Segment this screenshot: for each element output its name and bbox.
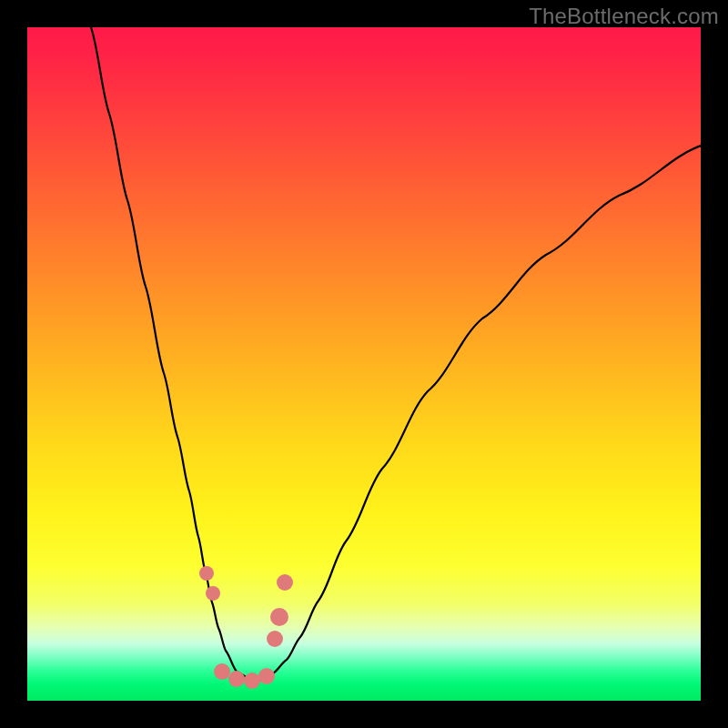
dot-trough-2 [228, 671, 245, 687]
dot-left-lower [206, 586, 220, 601]
left-curve [91, 27, 255, 682]
watermark-label: TheBottleneck.com [529, 4, 719, 29]
plot-area [27, 27, 701, 701]
dot-left-upper [199, 566, 214, 581]
dot-cluster [199, 566, 293, 689]
dot-trough-1 [214, 663, 230, 680]
dot-trough-4 [258, 668, 275, 684]
dot-right-mid [270, 608, 288, 626]
dot-right-upper [277, 574, 293, 591]
curve-layer [27, 27, 701, 701]
dot-right-lower [267, 631, 283, 647]
right-curve [255, 146, 701, 682]
chart-frame: TheBottleneck.com [0, 0, 728, 728]
dot-trough-3 [244, 672, 260, 689]
